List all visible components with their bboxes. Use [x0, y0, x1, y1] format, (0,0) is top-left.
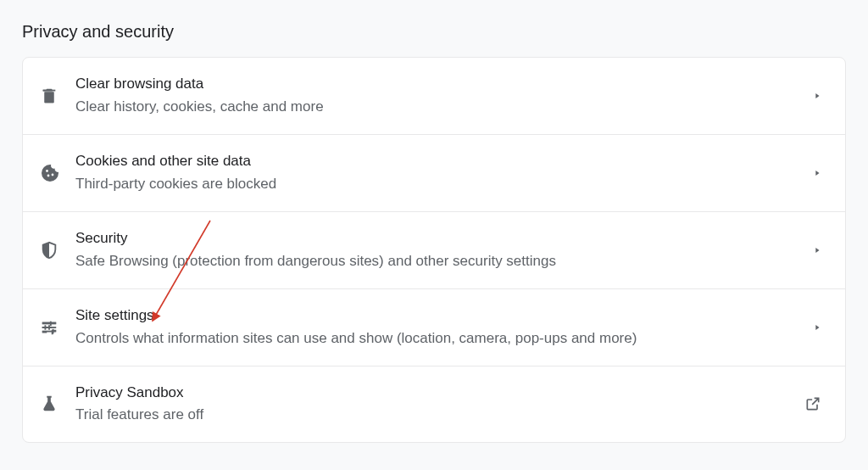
chevron-right-icon	[813, 246, 821, 255]
svg-point-3	[47, 174, 50, 176]
row-desc: Clear history, cookies, cache and more	[75, 98, 813, 117]
row-title: Site settings	[75, 306, 813, 326]
chevron-right-icon	[813, 92, 821, 100]
flask-icon	[40, 394, 75, 414]
row-clear-browsing-data[interactable]: Clear browsing data Clear history, cooki…	[23, 58, 845, 135]
svg-point-4	[52, 173, 54, 176]
cookie-icon	[40, 163, 75, 183]
settings-list: Clear browsing data Clear history, cooki…	[22, 57, 846, 443]
row-title: Privacy Sandbox	[75, 383, 804, 403]
row-text: Security Safe Browsing (protection from …	[75, 229, 813, 271]
row-desc: Controls what information sites can use …	[75, 329, 813, 349]
trash-icon	[40, 87, 75, 105]
row-text: Clear browsing data Clear history, cooki…	[75, 75, 813, 117]
svg-rect-0	[43, 90, 56, 92]
page-title: Privacy and security	[0, 0, 868, 57]
svg-rect-10	[53, 328, 54, 333]
svg-rect-1	[45, 92, 54, 103]
row-desc: Safe Browsing (protection from dangerous…	[75, 252, 813, 271]
svg-rect-6	[42, 327, 57, 328]
row-cookies[interactable]: Cookies and other site data Third-party …	[23, 135, 845, 212]
chevron-right-icon	[813, 323, 821, 332]
row-text: Privacy Sandbox Trial features are off	[75, 383, 804, 426]
row-privacy-sandbox[interactable]: Privacy Sandbox Trial features are off	[23, 366, 845, 443]
tune-icon	[40, 318, 75, 337]
chevron-right-icon	[813, 169, 821, 177]
row-desc: Third-party cookies are blocked	[75, 175, 813, 194]
row-security[interactable]: Security Safe Browsing (protection from …	[23, 212, 845, 289]
row-title: Cookies and other site data	[75, 152, 813, 171]
shield-icon	[40, 240, 75, 260]
row-text: Site settings Controls what information …	[75, 306, 813, 349]
svg-rect-5	[42, 322, 57, 324]
svg-rect-7	[42, 330, 57, 332]
svg-point-2	[46, 170, 48, 172]
row-title: Clear browsing data	[75, 75, 813, 94]
external-link-icon	[804, 395, 821, 412]
svg-rect-9	[45, 325, 47, 330]
row-desc: Trial features are off	[75, 406, 804, 425]
row-text: Cookies and other site data Third-party …	[75, 152, 813, 194]
row-site-settings[interactable]: Site settings Controls what information …	[23, 289, 845, 366]
row-title: Security	[75, 229, 813, 249]
svg-rect-8	[50, 321, 52, 326]
